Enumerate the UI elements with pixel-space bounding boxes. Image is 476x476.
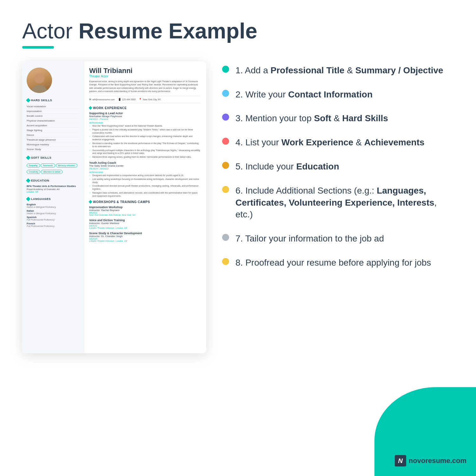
resume-name: Will Tribianni (89, 67, 201, 75)
tip-item: 5. Include your Education (222, 161, 454, 173)
education-section: Education BFA Theater Arts & Performance… (27, 179, 79, 193)
achievement-item: Received a standing ovation for the emot… (89, 142, 201, 148)
languages-title: Languages (27, 197, 79, 201)
hard-skills-section: Hard Skills Vocal modulationImprovisatio… (27, 99, 79, 152)
resume-card: Hard Skills Vocal modulationImprovisatio… (22, 61, 206, 353)
work-experience-title: Work Experience (89, 106, 201, 110)
diamond-icon4 (26, 197, 30, 201)
hard-skill-item: Improvisation (27, 109, 79, 114)
job-entry: Youth Acting Coach The Salty Smile Drama… (89, 161, 201, 198)
job-entry: Supporting & Lead Actor Manhattan Mirage… (89, 112, 201, 159)
contact-bar: ✉ will@novoresume.com 📱 123 444 5555 📍 N… (89, 96, 201, 103)
tip-dot (222, 90, 229, 97)
hard-skill-item: Scene Study (27, 147, 79, 152)
tip-dot (222, 162, 229, 169)
workshop-title: Voice and Diction Training (89, 219, 201, 222)
workshop-entry: Scene Study & Character Development Inst… (89, 232, 201, 242)
contact-location: 📍 New York City, NY (139, 98, 161, 101)
resume-sidebar: Hard Skills Vocal modulationImprovisatio… (22, 61, 84, 353)
soft-skill-tag: Memory retention (56, 163, 77, 168)
job-company: The Salty Smile Drama Center (89, 164, 201, 167)
workshop-instructor: Instructor: Rachel Reynard (89, 209, 201, 212)
tip-text: 3. Mention your top Soft & Hard Skills (235, 112, 388, 124)
tip-text: 5. Include your Education (235, 161, 339, 173)
languages-section: Languages EnglishNative or Bilingual Pro… (27, 197, 79, 227)
tip-dot (222, 258, 229, 265)
soft-skill-tag: Empathy (27, 163, 40, 168)
job-date: 05/2019 - 02/2022 (89, 167, 201, 170)
tip-text: 2. Write your Contact Information (235, 89, 373, 101)
location-icon: 📍 (139, 98, 142, 101)
workshop-title: Improvisation Workshop (89, 206, 201, 209)
diamond-icon2 (26, 155, 30, 160)
achievement-item: Designed and implemented a comprehensive… (89, 174, 201, 177)
workshop-title: Scene Study & Character Development (89, 232, 201, 235)
tip-dot (222, 66, 229, 73)
tip-item: 1. Add a Professional Title & Summary / … (222, 64, 454, 76)
language-item: EnglishNative or Bilingual Proficiency (27, 203, 79, 208)
edu-degree: BFA Theater Arts & Performance Studies (27, 185, 79, 188)
hard-skill-item: Physical characterization (27, 119, 79, 123)
achievement-item: Collaborated with lead actors and the di… (89, 135, 201, 141)
diamond-icon3 (26, 178, 30, 183)
language-item: FrenchFull Professional Proficiency (27, 222, 79, 227)
title-underline (22, 46, 54, 49)
workshop-instructor: Instructor: Dr. Chandler Singh (89, 235, 201, 238)
soft-skill-tag: Teamwork (41, 163, 55, 168)
hard-skill-item: Theatrical stage presence (27, 138, 79, 142)
phone-icon: 📱 (118, 98, 121, 101)
diamond-icon5 (89, 106, 92, 110)
avatar (27, 68, 52, 93)
achievements-label: Achievements (89, 122, 201, 124)
achievement-item: Successfully portrayed multiple characte… (89, 149, 201, 155)
soft-skill-tag: Creativity (27, 170, 40, 174)
achievement-item: Mentored three aspiring actors, guiding … (89, 155, 201, 159)
job-company: Manhattan Mirage Playhouse (89, 115, 201, 118)
tips-column: 1. Add a Professional Title & Summary / … (222, 61, 454, 281)
language-item: ItalianNative or Bilingual Proficiency (27, 209, 79, 215)
edu-location: London, UK (27, 191, 79, 193)
brand-logo: N novoresume.com (395, 455, 466, 466)
achievement-item: Played a pivotal role in the critically … (89, 128, 201, 135)
tip-text: 7. Tailor your information to the job ad (235, 233, 384, 245)
education-title: Education (27, 179, 79, 182)
resume-job-title: Theater Actor (89, 75, 201, 78)
achievement-item: Led weekly acting workshops focusing on … (89, 178, 201, 184)
hard-skill-item: Breath control (27, 114, 79, 118)
workshop-date: 09/2021New York Dramatic Arts Retreat, N… (89, 212, 201, 216)
email-icon: ✉ (89, 98, 91, 101)
workshop-date: 03/2021London Theater Intensive, London,… (89, 225, 201, 229)
soft-skills-title: Soft Skills (27, 156, 79, 159)
resume-summary: Experienced actor, aiming to bring depth… (89, 80, 201, 93)
workshop-instructor: Instructor: Gunter Martinez (89, 222, 201, 225)
tip-item: 7. Tailor your information to the job ad (222, 233, 454, 245)
work-experience-section: Work Experience Supporting & Lead Actor … (89, 106, 201, 198)
achievement-item: Coordinated and directed annual youth th… (89, 184, 201, 191)
tip-item: 3. Mention your top Soft & Hard Skills (222, 112, 454, 124)
hard-skill-item: Accent acquisition (27, 123, 79, 128)
tip-item: 6. Include Additional Sections (e.g.: La… (222, 185, 454, 221)
contact-phone: 📱 123 444 5555 (118, 98, 136, 101)
brand-name: novoresume.com (409, 457, 466, 465)
language-item: SpanishFull Professional Proficiency (27, 216, 79, 221)
tip-dot (222, 186, 229, 193)
brand-icon: N (395, 455, 406, 466)
edu-school: Royal Academy of Dramatic Art (27, 188, 79, 191)
tip-item: 4. List your Work Experience & Achieveme… (222, 136, 454, 149)
hard-skill-item: Stage fighting (27, 128, 79, 133)
tip-item: 2. Write your Contact Information (222, 89, 454, 101)
achievement-item: Won the "Best Supporting Actor" award at… (89, 124, 201, 128)
tip-text: 1. Add a Professional Title & Summary / … (235, 64, 443, 76)
job-title: Youth Acting Coach (89, 161, 201, 164)
diamond-icon (26, 98, 30, 102)
tip-dot (222, 114, 229, 121)
workshops-title: Workshops & Training Camps (89, 200, 201, 204)
hard-skill-item: Vocal modulation (27, 104, 79, 109)
workshop-entry: Voice and Diction Training Instructor: G… (89, 219, 201, 229)
tip-text: 6. Include Additional Sections (e.g.: La… (235, 185, 454, 221)
workshops-section: Workshops & Training Camps Improvisation… (89, 200, 201, 242)
achievements-label: Achievements (89, 171, 201, 173)
soft-skill-tag: Attention to detail (41, 170, 63, 174)
resume-main: Will Tribianni Theater Actor Experienced… (84, 61, 206, 353)
job-title: Supporting & Lead Actor (89, 112, 201, 115)
